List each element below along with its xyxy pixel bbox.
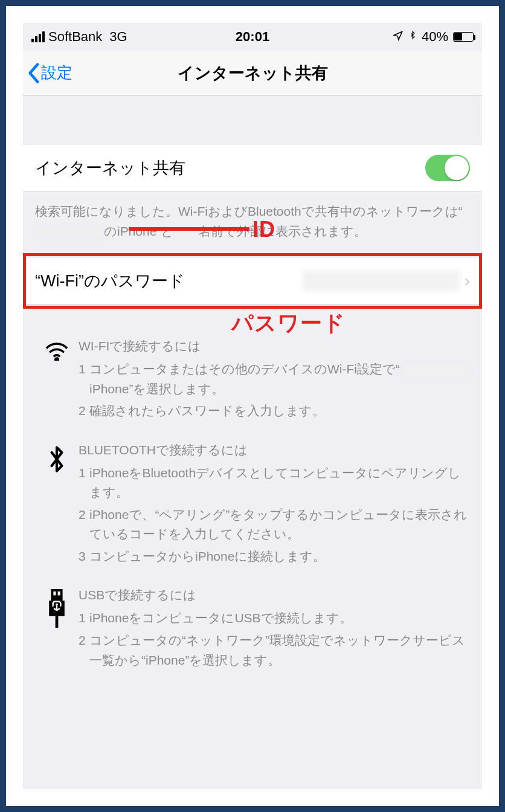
page-title: インターネット共有: [23, 62, 482, 84]
usb-instructions: USBで接続するには 1iPhoneをコンピュータにUSBで接続します。 2コン…: [23, 573, 482, 677]
battery-pct: 40%: [422, 29, 448, 45]
battery-icon: [453, 32, 474, 42]
bluetooth-step-2: 2iPhoneで、“ペアリング”をタップするかコンピュータに表示されているコード…: [79, 504, 470, 546]
clock: 20:01: [236, 29, 269, 45]
status-bar: SoftBank 3G 20:01 40%: [23, 23, 482, 51]
svg-rect-3: [58, 591, 60, 595]
hotspot-toggle[interactable]: [425, 155, 470, 181]
wifi-heading: WI-FIで接続するには: [79, 338, 470, 355]
svg-point-5: [56, 604, 58, 606]
annotation-id: ID: [252, 213, 275, 246]
redacted-name-inline: [401, 364, 468, 376]
location-icon: [393, 29, 404, 45]
wifi-instructions: WI-FIで接続するには 1コンピュータまたはその他のデバイスのWi-Fi設定で…: [23, 338, 482, 428]
bluetooth-heading: BLUETOOTHで接続するには: [79, 442, 470, 459]
bluetooth-icon: [408, 29, 417, 45]
screen: SoftBank 3G 20:01 40% 設定 インターネット共有: [23, 23, 482, 789]
usb-icon: [35, 587, 79, 628]
svg-rect-6: [56, 616, 59, 628]
usb-step-1: 1iPhoneをコンピュータにUSBで接続します。: [79, 607, 470, 630]
svg-point-0: [56, 358, 59, 361]
network-label: 3G: [109, 29, 127, 45]
wifi-step-2: 2確認されたらパスワードを入力します。: [79, 400, 470, 422]
signal-icon: [31, 31, 45, 42]
discoverable-text: 検索可能になりました。Wi-FiおよびBluetoothで共有中のネットワークは…: [23, 192, 482, 257]
usb-step-2: 2コンピュータの“ネットワーク”環境設定でネットワークサービス一覧から“iPho…: [79, 630, 470, 671]
hotspot-toggle-label: インターネット共有: [35, 157, 425, 179]
bluetooth-step-1: 1iPhoneをBluetoothデバイスとしてコンピュータにペアリングします。: [79, 462, 470, 504]
chevron-right-icon: ›: [465, 271, 470, 291]
bluetooth-large-icon: [35, 442, 79, 474]
wifi-password-value: [303, 271, 460, 291]
svg-rect-1: [51, 589, 62, 601]
annotation-underline: [129, 227, 249, 231]
carrier-label: SoftBank: [48, 29, 102, 45]
bluetooth-step-3: 3コンピュータからiPhoneに接続します。: [79, 546, 470, 568]
wifi-icon: [35, 338, 79, 361]
navigation-bar: 設定 インターネット共有: [23, 51, 482, 95]
wifi-password-label: “Wi-Fi”のパスワード: [35, 270, 303, 292]
redacted-name: [36, 226, 103, 238]
wifi-password-row[interactable]: “Wi-Fi”のパスワード ›: [23, 257, 482, 305]
wifi-step-1: 1コンピュータまたはその他のデバイスのWi-Fi設定で“iPhone”を選択しま…: [79, 358, 470, 400]
svg-rect-2: [53, 591, 56, 595]
hotspot-toggle-row[interactable]: インターネット共有: [23, 144, 482, 192]
annotation-password: パスワード: [231, 309, 346, 338]
usb-heading: USBで接続するには: [79, 587, 470, 604]
bluetooth-instructions: BLUETOOTHで接続するには 1iPhoneをBluetoothデバイスとし…: [23, 428, 482, 574]
